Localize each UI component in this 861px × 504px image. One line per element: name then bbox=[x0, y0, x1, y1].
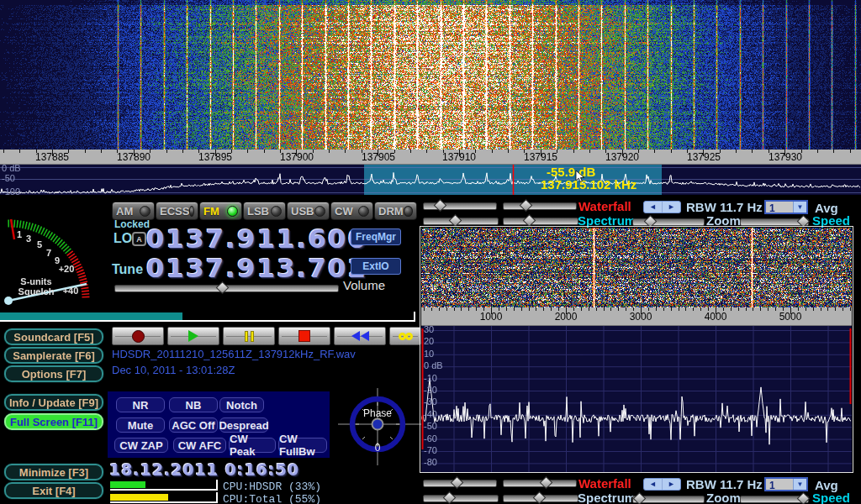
cw-fullbw-button[interactable]: CW FullBw bbox=[278, 438, 327, 453]
upper-zoom-slider[interactable] bbox=[632, 218, 705, 226]
led-icon bbox=[227, 206, 238, 217]
audio-spectrum-display[interactable]: 30 20 10 0 dB -10 -20 -30 -40 -50 -60 -7… bbox=[421, 326, 852, 472]
phase-indicator: Phase 0 bbox=[338, 383, 422, 470]
freq-scale-label: 137920 bbox=[594, 151, 651, 163]
audio-frequency-scale[interactable]: 0 1000 2000 3000 4000 5000 bbox=[421, 307, 852, 326]
avg-select[interactable]: 1▼ bbox=[764, 477, 808, 491]
stop-button[interactable] bbox=[278, 327, 330, 345]
phase-value: 0 bbox=[375, 442, 381, 454]
rbw-increase-button[interactable]: ► bbox=[662, 479, 680, 490]
despread-button[interactable]: Despread bbox=[219, 417, 268, 433]
main-waterfall-display[interactable] bbox=[0, 0, 861, 150]
upper-spectrum-brightness-slider[interactable] bbox=[423, 218, 499, 225]
nb-button[interactable]: NB bbox=[169, 397, 218, 412]
upper-speed-slider[interactable] bbox=[740, 218, 809, 226]
avg-select[interactable]: 1▼ bbox=[764, 200, 808, 214]
local-datetime: 18.12.2011 0:16:50 bbox=[109, 460, 299, 479]
lower-spectrum-contrast-slider[interactable] bbox=[503, 495, 578, 502]
chevron-down-icon[interactable]: ▼ bbox=[793, 479, 806, 490]
audio-db-label: -60 bbox=[424, 433, 437, 444]
lower-spectrum-brightness-slider[interactable] bbox=[423, 495, 499, 502]
agc-off-button[interactable]: AGC Off bbox=[169, 417, 218, 433]
nr-button[interactable]: NR bbox=[116, 397, 165, 412]
lo-lock-badge[interactable]: A bbox=[132, 232, 146, 246]
play-button[interactable] bbox=[167, 327, 219, 345]
extio-button[interactable]: ExtIO bbox=[351, 258, 401, 275]
smeter-tick: 7 bbox=[46, 248, 51, 258]
fullscreen-button[interactable]: Full Screen [F11] bbox=[4, 413, 103, 430]
cw-afc-button[interactable]: CW AFC bbox=[173, 438, 226, 453]
rbw-decrease-button[interactable]: ◄ bbox=[644, 202, 662, 213]
mode-button-ecss[interactable]: ECSS bbox=[156, 202, 198, 220]
loop-button[interactable] bbox=[389, 327, 421, 345]
mode-button-cw[interactable]: CW bbox=[330, 202, 373, 220]
info-update-button[interactable]: Info / Update [F9] bbox=[4, 394, 103, 411]
audio-freq-label: 1000 bbox=[470, 311, 512, 323]
cw-zap-button[interactable]: CW ZAP bbox=[114, 438, 168, 453]
needle-pivot bbox=[4, 297, 13, 305]
zoom-label: Zoom bbox=[706, 491, 741, 504]
audio-db-label: 10 bbox=[424, 349, 434, 359]
rbw-stepper: ◄► bbox=[643, 478, 681, 491]
rewind-button[interactable] bbox=[334, 327, 386, 345]
rbw-label: RBW 11.7 Hz bbox=[686, 477, 763, 491]
upper-waterfall-brightness-slider[interactable] bbox=[423, 202, 497, 210]
freq-scale-label: 137900 bbox=[268, 151, 325, 163]
lower-waterfall-brightness-slider[interactable] bbox=[423, 480, 497, 487]
mode-button-lsb[interactable]: LSB bbox=[243, 202, 286, 220]
rewind-icon bbox=[351, 331, 369, 341]
cw-peak-button[interactable]: CW Peak bbox=[229, 438, 276, 453]
audio-db-label: -50 bbox=[424, 421, 437, 431]
freqmgr-button[interactable]: FreqMgr bbox=[351, 228, 401, 245]
recording-timestamp: Dec 10, 2011 - 13:01:28Z bbox=[112, 364, 235, 376]
upper-spectrum-contrast-slider[interactable] bbox=[503, 218, 578, 225]
audio-db-label: -80 bbox=[424, 457, 437, 467]
cpu-hdsdr-bar bbox=[110, 480, 218, 491]
freq-scale-label: 137910 bbox=[430, 151, 488, 163]
volume-label: Volume bbox=[343, 278, 385, 292]
main-spectrum-display[interactable]: 0 dB -50 -100 -55.9 dB 137.915.102 kHz bbox=[0, 165, 861, 195]
audio-freq-label: 4000 bbox=[695, 311, 737, 323]
mode-button-usb[interactable]: USB bbox=[287, 202, 330, 220]
mode-button-drm[interactable]: DRM bbox=[374, 202, 417, 220]
lower-display-controls: Waterfall Spectrum ◄► RBW 11.7 Hz Zoom 1… bbox=[420, 476, 861, 503]
minimize-button[interactable]: Minimize [F3] bbox=[4, 464, 103, 480]
audio-waterfall-display[interactable] bbox=[421, 228, 852, 307]
options-button[interactable]: Options [F7] bbox=[4, 365, 103, 382]
record-icon bbox=[132, 330, 145, 343]
cpu-total-bar bbox=[110, 492, 218, 503]
avg-value: 1 bbox=[766, 202, 793, 213]
upper-display-controls: Waterfall Spectrum ◄► RBW 11.7 Hz Zoom 1… bbox=[420, 199, 861, 226]
lower-speed-slider[interactable] bbox=[740, 496, 809, 503]
mode-button-row: AM ECSS FM LSB USB CW DRM bbox=[112, 202, 417, 220]
audio-db-label: -40 bbox=[424, 409, 437, 419]
rbw-label: RBW 11.7 Hz bbox=[686, 200, 763, 214]
volume-slider[interactable] bbox=[114, 285, 339, 292]
soundcard-button[interactable]: Soundcard [F5] bbox=[4, 328, 103, 345]
mouse-cursor bbox=[575, 171, 585, 184]
audio-db-label: -30 bbox=[424, 396, 437, 407]
samplerate-button[interactable]: Samplerate [F6] bbox=[4, 347, 103, 364]
lower-zoom-slider[interactable] bbox=[632, 496, 705, 503]
audio-freq-label: 2000 bbox=[545, 311, 587, 323]
rbw-decrease-button[interactable]: ◄ bbox=[644, 479, 662, 490]
audio-db-label: 20 bbox=[424, 336, 434, 346]
mute-button[interactable]: Mute bbox=[116, 417, 165, 433]
rbw-increase-button[interactable]: ► bbox=[662, 202, 680, 213]
notch-button[interactable]: Notch bbox=[219, 397, 264, 412]
s-meter[interactable]: 1 3 5 7 9 +20 +40 S-units Squelch bbox=[0, 200, 108, 312]
lo-frequency-readout[interactable]: 0137.911.600 bbox=[146, 223, 367, 254]
mode-button-am[interactable]: AM bbox=[112, 202, 155, 220]
lower-waterfall-contrast-slider[interactable] bbox=[503, 480, 577, 487]
exit-button[interactable]: Exit [F4] bbox=[4, 482, 103, 499]
loop-icon bbox=[399, 333, 413, 340]
main-frequency-scale[interactable]: 137885 137890 137895 137900 137905 13791… bbox=[0, 150, 861, 165]
marker-freq-readout: 137.915.102 kHz bbox=[541, 177, 637, 192]
mode-button-fm[interactable]: FM bbox=[199, 202, 242, 220]
upper-waterfall-contrast-slider[interactable] bbox=[503, 202, 577, 210]
chevron-down-icon[interactable]: ▼ bbox=[793, 202, 806, 213]
pause-button[interactable] bbox=[223, 327, 275, 345]
tune-frequency-readout[interactable]: 0137.913.702 bbox=[146, 253, 367, 283]
playback-progress-bar[interactable] bbox=[0, 312, 415, 322]
record-button[interactable] bbox=[112, 327, 164, 345]
